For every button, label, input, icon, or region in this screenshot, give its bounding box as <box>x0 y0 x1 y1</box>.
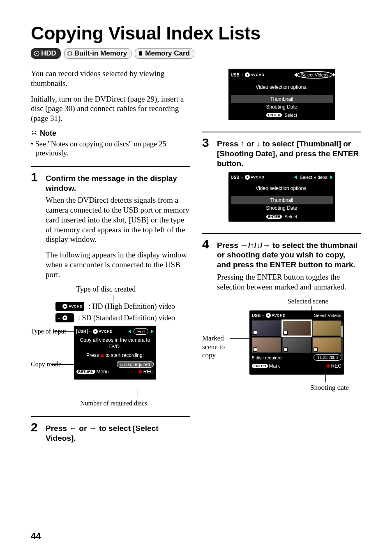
hdd-icon <box>34 51 39 56</box>
svg-line-7 <box>32 131 33 132</box>
arrow-left-icon[interactable] <box>128 329 131 333</box>
step-1: 1 Confirm the message in the display win… <box>31 171 190 193</box>
lcd-screen-2: USB → AVCHD Select Videos Video selectio… <box>228 69 335 120</box>
badge-builtin: Built-in Memory <box>64 48 131 59</box>
chip-icon <box>67 51 73 56</box>
lcd4-date: 11.23.2008 <box>314 354 341 361</box>
arrow-right-icon[interactable] <box>151 329 154 333</box>
lcd4-enter-btn[interactable]: ENTER <box>252 364 268 368</box>
arrow-left-icon[interactable] <box>294 175 297 179</box>
rec-dot-icon <box>101 354 104 357</box>
lcd3-shooting-date[interactable]: Shooting Date <box>231 205 333 212</box>
lcd2-thumbnail[interactable]: Thumbnail <box>231 95 333 103</box>
lcd4-usb: USB <box>252 313 261 318</box>
lcd1-return-btn[interactable]: RETURN <box>76 370 95 374</box>
left-column: You can record videos selected by viewin… <box>31 69 190 446</box>
lcd2-message: Video selection options. <box>231 84 333 91</box>
lcd1-message: Copy all videos in the camera to DVD. <box>76 337 154 350</box>
intro-p1: You can record videos selected by viewin… <box>31 69 190 88</box>
step-2-number: 2 <box>31 421 42 443</box>
lcd1-usb: USB <box>76 329 88 334</box>
step-1-body-2: The following appears in the display win… <box>46 250 190 279</box>
step-4-body: Pressing the ENTER button toggles the se… <box>217 272 361 292</box>
thumbnail-grid: ✓ ✓ ✓ ✓ ✓ <box>252 320 341 353</box>
hd-disc-icon: →AVCHD <box>55 302 84 311</box>
caption-num-discs: Number of required discs <box>80 400 147 407</box>
page-title: Copying Visual Index Lists <box>31 23 361 44</box>
lcd3-message: Video selection options. <box>231 185 333 192</box>
step-1-heading: Confirm the message in the display windo… <box>46 174 190 193</box>
lcd3-avchd: AVCHD <box>251 175 265 179</box>
lcd3-thumbnail[interactable]: Thumbnail <box>231 196 333 204</box>
step-3-heading: Press ↑ or ↓ to select [Thumbnail] or [S… <box>217 139 361 168</box>
lcd4-mark-label: Mark <box>269 363 280 369</box>
step-2: 2 Press ← or → to select [Select Videos]… <box>31 421 190 443</box>
sd-disc-icon: → <box>55 313 74 322</box>
rec-icon[interactable] <box>327 364 330 368</box>
label-marked-scene: Marked scene to copy <box>202 334 231 359</box>
step-4: 4 Press ←/↑/↓/→ to select the thumbnail … <box>202 238 361 270</box>
thumbnail-3[interactable] <box>312 320 341 336</box>
lcd2-avchd: AVCHD <box>251 73 265 77</box>
step-3: 3 Press ↑ or ↓ to select [Thumbnail] or … <box>202 137 361 168</box>
step-4-number: 4 <box>202 238 213 270</box>
lcd2-shooting-date[interactable]: Shooting Date <box>231 104 333 111</box>
lcd2-usb: USB <box>231 73 240 77</box>
note-body: • See "Notes on copying on discs" on pag… <box>31 139 190 158</box>
lcd3-enter-btn[interactable]: ENTER <box>266 215 282 219</box>
svg-rect-2 <box>68 52 71 55</box>
note-icon <box>31 130 37 137</box>
lcd4-discs: 5 disc required <box>252 355 281 360</box>
lcd2-enter-btn[interactable]: ENTER <box>266 113 282 117</box>
lcd2-select-videos[interactable]: Select Videos <box>297 71 332 79</box>
step-4-heading: Press ←/↑/↓/→ to select the thumbnail or… <box>217 241 361 270</box>
note-heading: Note <box>31 129 190 138</box>
lcd3-select-label: Select <box>284 214 297 219</box>
separator <box>31 416 190 417</box>
lcd1-full: Full <box>134 328 148 335</box>
page-number: 44 <box>31 531 41 542</box>
lcd1-rec-label: REC <box>143 369 154 375</box>
arrow-right-icon[interactable] <box>330 175 333 179</box>
lcd1-discs: 5 disc required <box>117 361 154 368</box>
badge-hdd-label: HDD <box>41 49 56 58</box>
svg-point-1 <box>36 53 37 54</box>
lcd1-avchd: AVCHD <box>99 329 113 333</box>
badge-card-label: Memory Card <box>145 49 190 58</box>
separator <box>31 166 190 167</box>
lcd4-disc-icon <box>266 313 271 318</box>
disc-legend: →AVCHD : HD (High Definition) video → : … <box>55 302 190 322</box>
badge-hdd: HDD <box>31 48 61 59</box>
lcd4-avchd: AVCHD <box>272 313 286 317</box>
caption-disc-type: Type of disc created <box>76 285 190 294</box>
rec-icon[interactable] <box>139 370 142 373</box>
badge-card: Memory Card <box>135 48 194 59</box>
thumbnail-4[interactable]: ✓ <box>252 337 281 353</box>
lcd-screen-1: USB → AVCHD Full Copy all videos in the … <box>74 326 156 380</box>
lcd-screen-3: USB → AVCHD Select Videos Video selectio… <box>228 172 335 221</box>
right-column: USB → AVCHD Select Videos Video selectio… <box>202 69 361 446</box>
card-icon <box>138 51 143 56</box>
separator <box>202 132 361 132</box>
lcd1-disc-icon <box>93 329 98 334</box>
thumbnail-1[interactable]: ✓ <box>252 320 281 336</box>
label-selected-scene: Selected scene <box>287 297 328 306</box>
separator <box>202 233 361 234</box>
lcd2-select-label: Select <box>284 113 297 118</box>
step-2-heading: Press ← or → to select [Select Videos]. <box>46 424 190 443</box>
lcd2-disc-icon <box>245 72 250 77</box>
lcd1-return-label: Menu <box>97 369 109 375</box>
lcd4-select-videos: Select Videos <box>314 313 341 318</box>
legend-sd: : SD (Standard Definition) video <box>78 314 175 322</box>
thumbnail-6[interactable]: ✓ <box>312 337 341 353</box>
badge-builtin-label: Built-in Memory <box>74 49 127 58</box>
scrollbar[interactable] <box>341 322 343 360</box>
step-1-body-1: When the DVDirect detects signals from a… <box>46 195 190 244</box>
lcd3-select-videos: Select Videos <box>300 175 327 180</box>
thumbnail-5[interactable]: ✓ <box>282 337 311 353</box>
note-label: Note <box>40 129 56 138</box>
label-shooting-date: Shooting date <box>310 384 349 392</box>
lcd4-rec-label: REC <box>331 363 341 369</box>
legend-hd: : HD (High Definition) video <box>88 302 175 311</box>
thumbnail-2-selected[interactable]: ✓ <box>282 320 311 336</box>
